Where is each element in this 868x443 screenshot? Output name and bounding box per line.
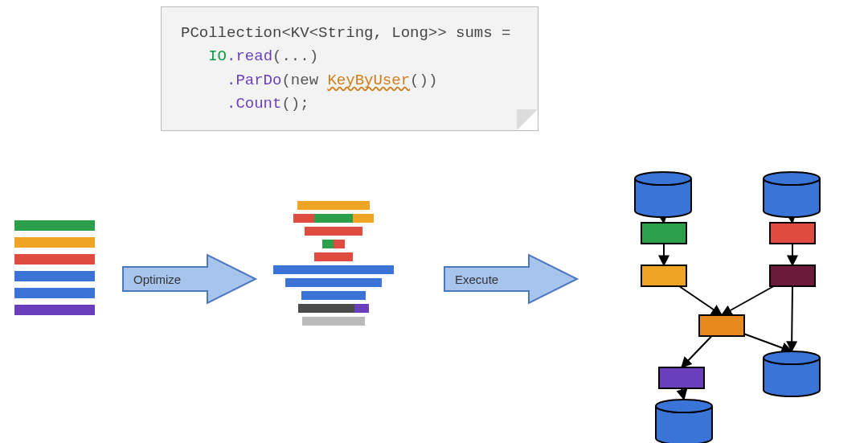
graph-edge	[792, 217, 792, 223]
optimized-segment	[297, 201, 370, 210]
graph-edge	[792, 286, 792, 351]
graph-node	[659, 367, 704, 388]
code-io: IO	[208, 47, 227, 65]
database-icon	[656, 400, 712, 443]
code-read: .read	[227, 47, 272, 65]
svg-point-0	[635, 172, 691, 185]
optimize-arrow: Optimize	[119, 251, 260, 307]
svg-point-2	[764, 351, 820, 364]
optimized-segment	[273, 265, 394, 274]
optimized-segment	[353, 214, 374, 223]
optimized-segment	[354, 304, 369, 313]
graph-node	[641, 223, 686, 244]
graph-node	[770, 223, 815, 244]
optimized-row	[314, 252, 353, 261]
optimized-row	[297, 201, 370, 210]
graph-node	[770, 265, 815, 286]
database-icon	[764, 172, 820, 217]
input-bar	[14, 271, 95, 281]
optimized-segment	[285, 278, 382, 287]
graph-edge	[663, 217, 664, 223]
code-count-tail: ();	[281, 95, 309, 113]
code-block: PCollection<KV<String, Long>> sums = IO.…	[181, 22, 518, 117]
optimized-segment	[298, 304, 354, 313]
execute-arrow: Execute	[440, 251, 581, 307]
svg-point-1	[764, 172, 820, 185]
code-line-1: PCollection<KV<String, Long>> sums =	[181, 24, 510, 42]
optimized-row	[322, 240, 345, 248]
graph-node	[641, 265, 686, 286]
optimized-segment	[301, 291, 366, 300]
input-bar	[14, 237, 95, 248]
code-pardo: .ParDo	[227, 72, 281, 89]
optimized-row	[273, 265, 394, 274]
input-bar-stack	[14, 220, 95, 322]
input-bar	[14, 220, 95, 231]
code-new: (new	[281, 72, 327, 89]
optimized-row	[298, 304, 369, 313]
graph-edge	[682, 388, 684, 400]
optimized-row	[305, 227, 362, 236]
optimized-row	[293, 214, 374, 223]
optimized-row	[301, 291, 366, 300]
input-bar	[14, 305, 95, 315]
svg-point-3	[656, 400, 712, 412]
optimized-segment	[302, 317, 365, 326]
code-snippet-card: PCollection<KV<String, Long>> sums = IO.…	[161, 6, 538, 131]
code-pardo-tail: ())	[410, 72, 437, 89]
optimized-segment	[314, 214, 353, 223]
input-bar	[14, 254, 95, 265]
optimized-row	[285, 278, 382, 287]
code-read-args: (...)	[272, 47, 318, 65]
optimized-bar-stack	[269, 201, 398, 330]
input-bar	[14, 288, 95, 298]
execute-label: Execute	[455, 273, 498, 286]
optimize-label: Optimize	[133, 273, 181, 286]
optimized-segment	[293, 214, 314, 223]
optimized-segment	[334, 240, 345, 248]
database-icon	[764, 351, 820, 396]
optimized-row	[302, 317, 365, 326]
execution-graph	[611, 178, 860, 436]
optimized-segment	[305, 227, 362, 236]
database-icon	[635, 172, 691, 217]
optimized-segment	[314, 252, 353, 261]
code-keybyuser: KeyByUser	[327, 72, 410, 89]
graph-node	[699, 315, 744, 336]
code-count: .Count	[227, 95, 281, 113]
optimized-segment	[322, 240, 334, 248]
